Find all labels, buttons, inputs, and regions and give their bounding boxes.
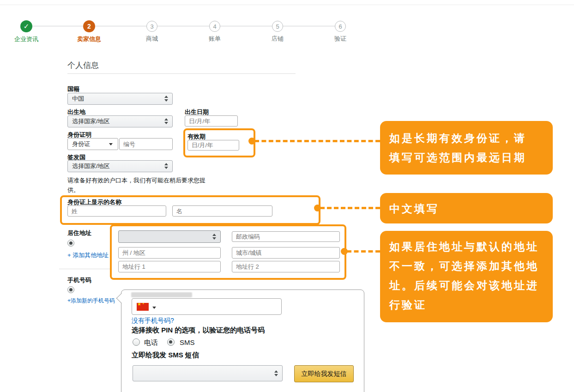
callout-line: 填写可选范围内最远日期 (389, 148, 544, 167)
expiry-callout: 如是长期有效身份证，请 填写可选范围内最远日期 (380, 121, 553, 175)
seller-registration-page: ✓ 企业资讯 2 卖家信息 3 商城 4 账单 5 店铺 6 验证 个人信息 国… (0, 0, 574, 392)
callout-line: 中文填写 (389, 199, 544, 218)
address-callout: 如果居住地址与默认的地址 不一致，可选择添加其他地 址。后续可能会对该地址进 行… (380, 231, 553, 322)
select-arrows-icon (164, 163, 168, 169)
sms-option-label: SMS (180, 338, 195, 346)
step-pending-circle: 4 (209, 21, 220, 32)
add-phone-link[interactable]: +添加新的手机号码 (67, 297, 115, 305)
china-flag-icon: ★★ (137, 303, 149, 311)
step-marketplace[interactable]: 3 商城 (133, 20, 170, 43)
select-arrows-icon (164, 96, 168, 102)
nationality-select[interactable]: 中国 (67, 93, 173, 105)
birthplace-value: 选择国家/地区 (72, 117, 110, 126)
step-label: 账单 (196, 35, 233, 43)
check-icon: ✓ (24, 22, 30, 30)
step-label: 商城 (133, 35, 170, 43)
sms-radio[interactable] (167, 338, 175, 346)
flag-caret-down-icon[interactable] (152, 307, 156, 309)
city-town-input[interactable] (232, 247, 340, 259)
issuing-country-value: 选择国家/地区 (72, 162, 110, 170)
redacted-text (131, 292, 192, 297)
given-name-input[interactable] (172, 205, 272, 217)
call-option-label: 电话 (144, 338, 158, 347)
step-label: 企业资讯 (8, 35, 45, 43)
connector-line (347, 250, 380, 253)
nationality-label: 国籍 (67, 85, 79, 93)
add-address-link[interactable]: + 添加其他地址 (67, 251, 109, 259)
issuing-country-select[interactable]: 选择国家/地区 (67, 160, 173, 172)
select-arrows-icon (164, 118, 168, 124)
surname-input[interactable] (67, 205, 166, 217)
nationality-value: 中国 (72, 95, 84, 103)
step-company-info[interactable]: ✓ 企业资讯 (8, 20, 45, 43)
send-sms-button[interactable]: 立即给我发短信 (294, 365, 354, 382)
callout-line: 址。后续可能会对该地址进 (389, 276, 544, 295)
step-pending-circle: 5 (272, 21, 283, 32)
callout-line: 如是长期有效身份证，请 (389, 128, 544, 148)
callout-line: 不一致，可选择添加其他地 (389, 256, 544, 276)
address-line2-input[interactable] (232, 261, 340, 272)
name-callout: 中文填写 (380, 193, 553, 223)
step-label: 卖家信息 (71, 35, 108, 43)
callout-line: 如果居住地址与默认的地址 (389, 237, 544, 256)
section-divider (67, 73, 296, 74)
address-line1-input[interactable] (118, 261, 221, 272)
hukou-note: 请准备好有效的户口本，我们有可能在稍后要求您提供。 (67, 175, 207, 195)
step-pending-circle: 6 (335, 21, 346, 32)
sms-prompt-label: 立即给我发 SMS 短信 (132, 351, 199, 360)
step-active-circle: 2 (83, 20, 95, 32)
identity-type-value: 身份证 (72, 140, 90, 148)
step-store[interactable]: 5 店铺 (259, 20, 296, 43)
step-complete-circle: ✓ (20, 20, 32, 32)
caret-down-icon (109, 143, 113, 145)
address-divider (59, 269, 110, 269)
no-phone-link[interactable]: 没有手机号码? (132, 317, 174, 325)
step-verification[interactable]: 6 验证 (322, 20, 359, 43)
identity-number-input[interactable] (119, 138, 173, 150)
select-arrows-icon (212, 234, 216, 240)
identity-type-select[interactable]: 身份证 (67, 138, 118, 150)
sms-number-select[interactable] (133, 365, 283, 381)
address-country-select[interactable] (118, 230, 221, 243)
step-label: 店铺 (259, 35, 296, 43)
pin-prompt-label: 选择接收 PIN 的选项，以验证您的电话号码 (132, 326, 265, 335)
state-region-input[interactable] (118, 247, 221, 259)
birth-date-input[interactable] (185, 115, 238, 127)
step-billing[interactable]: 4 账单 (196, 20, 233, 43)
step-pending-circle: 3 (146, 21, 157, 32)
address-default-radio[interactable] (67, 240, 74, 247)
callout-line: 行验证 (389, 295, 544, 314)
expiry-input[interactable] (187, 140, 239, 151)
top-divider (0, 5, 574, 5)
connector-line (320, 207, 380, 209)
page-title: 个人信息 (67, 60, 99, 71)
postal-code-input[interactable] (232, 231, 340, 242)
phone-default-radio[interactable] (67, 286, 74, 293)
phone-label: 手机号码 (67, 276, 91, 284)
select-arrows-icon (274, 370, 278, 376)
step-label: 验证 (322, 35, 359, 43)
call-radio[interactable] (133, 338, 140, 346)
birthplace-select[interactable]: 选择国家/地区 (67, 115, 173, 127)
address-label: 居住地址 (67, 229, 91, 237)
connector-line (254, 140, 380, 142)
step-seller-info[interactable]: 2 卖家信息 (71, 20, 108, 43)
